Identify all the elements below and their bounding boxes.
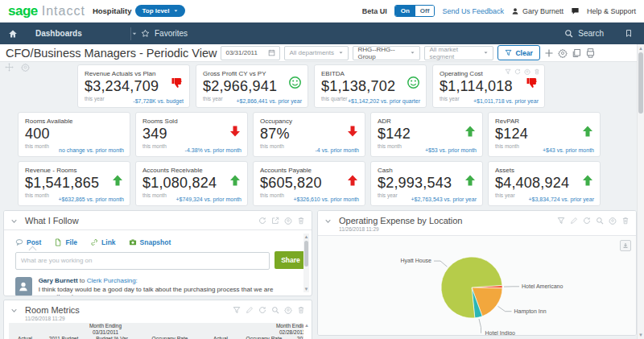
magnify-icon[interactable] [271,306,279,314]
copy-icon[interactable] [572,48,581,58]
trash-icon[interactable] [297,217,305,225]
kpi-tile[interactable]: Accounts Receivable$1,080,824this month+… [135,161,248,206]
kpi-delta: +$1,142,202 vs. prior quarter [348,98,420,104]
gear-icon[interactable] [21,63,30,72]
filter-icon[interactable] [233,306,241,314]
refresh-icon[interactable] [258,306,266,314]
kpi-tile[interactable]: EBITDA$1,138,702this quarter+$1,142,202 … [314,64,427,108]
arrow-up-icon [464,125,477,138]
opex-by-location-panel: Operating Expense by Location 11/26/2018… [317,210,637,336]
date-value: 03/31/2011 [225,49,257,56]
group-date: 03/31/2011 [9,329,202,336]
kpi-tile[interactable]: Revenue - Rooms$1,541,865this month+$632… [18,161,130,206]
scroll-thumb[interactable] [638,52,643,114]
kpi-tile[interactable]: Occupancy87%this month-4 vs. prior month [253,112,365,157]
refresh-icon[interactable] [514,68,521,75]
segment-select[interactable]: All market segment [424,46,493,60]
kpi-title: Occupancy [260,118,358,125]
collapse-icon[interactable] [324,217,332,225]
group-select[interactable]: RHG--RHG--Group [353,46,420,60]
refresh-icon[interactable] [583,217,591,225]
toggle-on[interactable]: On [395,6,415,16]
nav-favorites[interactable]: Favorites [131,23,197,44]
tab-snapshot[interactable]: Snapshot [129,238,171,246]
post-author[interactable]: Gary Burnett [39,277,78,284]
kpi-delta: -$7,728K vs. budget [133,98,184,104]
filter-icon[interactable] [557,217,565,225]
user-menu[interactable]: Gary Burnett [511,7,564,15]
send-feedback-link[interactable]: Send Us Feedback [442,7,504,15]
nav-dashboards[interactable]: Dashboards [26,23,130,44]
kpi-title: Assets [495,167,593,174]
printer-icon[interactable] [585,48,596,58]
kpi-tile[interactable]: Cash$2,993,543this year+$2,763,543 vs. p… [370,161,483,206]
postbubble-icon [15,238,23,246]
gear-icon[interactable] [558,48,568,58]
kpi-tile[interactable]: Gross Profit CY vs PY$2,966,941this year… [196,64,308,108]
tab-label: Snapshot [140,238,171,246]
entity-selector[interactable]: Top level [135,5,184,17]
kpi-tile[interactable]: Rooms Sold349this month-4.38% vs. prior … [135,112,248,157]
kpi-tile[interactable]: Assets$4,408,924this year+$3,834,724 vs.… [488,161,601,206]
help-support-link[interactable]: Help & Support [587,7,636,15]
refresh-icon[interactable] [258,217,266,225]
gear-icon[interactable] [284,306,292,314]
scroll-thumb[interactable] [304,241,308,267]
scroll-down-icon[interactable]: ▼ [638,332,644,338]
nav-dashboards-label: Dashboards [35,29,82,38]
kpi-tile[interactable]: Operating Cost$1,114,018this year+$1,011… [432,64,545,108]
collapse-icon[interactable] [10,217,18,225]
trash-icon[interactable] [534,68,540,75]
post-input[interactable] [15,252,270,270]
dashboard-tools [5,63,30,72]
beta-ui-toggle[interactable]: On Off [394,5,436,17]
page-scrollbar[interactable]: ▲ ▼ [637,44,644,339]
date-field[interactable]: 03/31/2011 [221,46,280,60]
kpi-tile[interactable]: RevPAR$124this month+$43 vs. prior month [488,112,601,157]
kpi-tile[interactable]: Revenue Actuals vs Plan$3,234,709this ye… [77,64,190,108]
nav-bookmark[interactable] [613,23,644,44]
scroll-up-icon[interactable]: ▲ [304,323,309,328]
gear-icon[interactable] [284,217,292,225]
pie-chart[interactable]: Hotel AmericanoHampton InnHotel IndigoHy… [318,236,637,336]
tile-tools [505,68,540,75]
kpi-tile[interactable]: ADR$142this month+$53 vs. prior month [370,112,483,157]
chevron-down-icon [483,50,489,56]
collapse-icon[interactable] [10,307,18,314]
toggle-off[interactable]: Off [415,6,435,16]
move-icon[interactable] [5,63,14,72]
tab-file[interactable]: File [54,238,77,246]
magnify-icon[interactable] [596,217,604,225]
kpi-delta: +$749,324 vs. prior month [175,196,242,202]
funnel-icon[interactable] [505,68,511,75]
edit-icon[interactable] [570,217,578,225]
tab-post[interactable]: Post [15,238,41,246]
tab-label: Post [27,238,41,246]
open-in-new-icon[interactable] [271,217,279,225]
panel-scrollbar[interactable]: ▲ ▼ [303,234,309,292]
trash-icon[interactable] [297,306,305,314]
departments-select[interactable]: All departments [284,46,349,60]
scroll-up-icon[interactable]: ▲ [303,234,309,240]
gear-icon[interactable] [524,68,530,75]
kpi-title: EBITDA [321,70,419,77]
scroll-up-icon[interactable]: ▲ [638,45,644,52]
tab-link[interactable]: Link [90,238,115,246]
kpi-value: 349 [142,126,241,143]
clear-filters-button[interactable]: Clear [497,45,539,60]
kpi-tile[interactable]: Rooms Available400this monthno change vs… [18,112,130,157]
gear-icon[interactable] [609,217,617,225]
scroll-down-icon[interactable]: ▼ [303,286,309,292]
month-ending-group: Month Ending02/28/2011 [202,323,303,336]
arrow-up-icon [581,174,594,187]
kpi-tile[interactable]: Accounts Payable$605,820this month+$326,… [253,161,365,206]
home-button[interactable] [0,23,26,44]
nav-search[interactable]: Search [555,23,613,44]
add-component-icon[interactable] [544,48,554,58]
column-header: Occupany Rate [138,336,202,339]
chat-bubble-icon[interactable] [571,6,580,15]
share-button[interactable]: Share [275,251,307,269]
post-target[interactable]: Clerk Purchasing: [87,277,138,284]
edit-icon[interactable] [246,306,254,314]
trash-icon[interactable] [621,217,630,225]
